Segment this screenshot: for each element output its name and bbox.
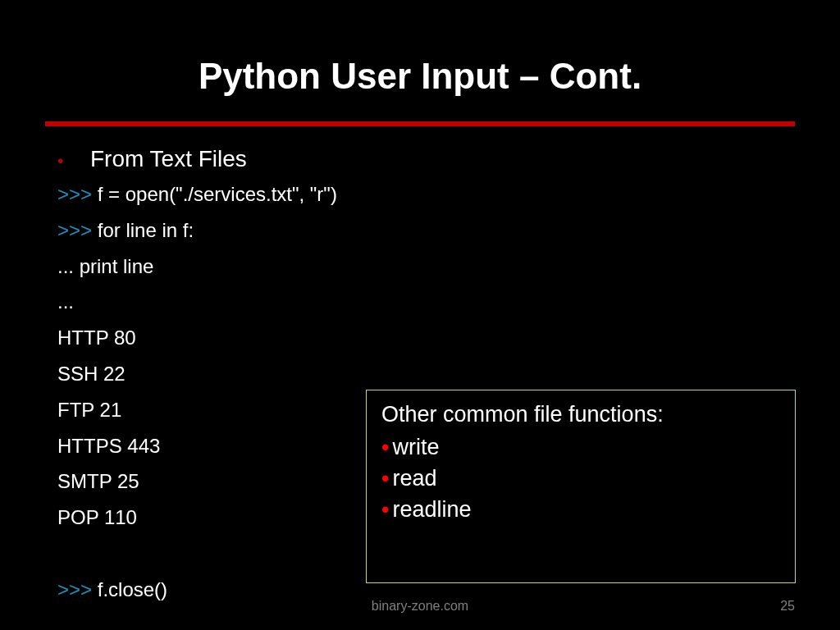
bullet-dot-icon: •	[381, 497, 392, 522]
output-line: SSH 22	[57, 360, 795, 389]
code-line-1: >>> f = open("./services.txt", "r")	[57, 180, 795, 209]
callout-item: •write	[381, 432, 780, 463]
repl-prompt: >>>	[57, 183, 92, 205]
bullet-dot-icon: •	[381, 466, 392, 491]
callout-item-text: read	[392, 466, 436, 491]
callout-title: Other common file functions:	[381, 402, 780, 427]
code-text: for line in f:	[92, 219, 194, 241]
repl-dots: ...	[57, 255, 74, 277]
slide: Python User Input – Cont. • From Text Fi…	[0, 0, 840, 630]
code-text: f.close()	[92, 578, 167, 600]
code-text: print line	[74, 255, 153, 277]
output-line: HTTP 80	[57, 324, 795, 353]
repl-dots: ...	[57, 290, 74, 313]
page-number: 25	[780, 599, 795, 614]
code-line-2: >>> for line in f:	[57, 217, 795, 245]
repl-prompt: >>>	[57, 578, 92, 600]
code-line-3: ... print line	[57, 253, 795, 281]
heading-text: From Text Files	[90, 146, 247, 172]
repl-prompt: >>>	[57, 219, 92, 241]
callout-box: Other common file functions: •write •rea…	[366, 390, 796, 583]
callout-item: •readline	[381, 495, 780, 526]
bullet-dot-icon: •	[57, 151, 90, 171]
callout-item-text: readline	[392, 497, 471, 522]
title-divider	[45, 121, 795, 126]
footer: binary-zone.com 25	[0, 599, 840, 614]
heading-bullet-row: • From Text Files	[57, 146, 795, 172]
code-text: f = open("./services.txt", "r")	[92, 183, 337, 205]
code-line-4: ...	[57, 288, 795, 317]
callout-item-text: write	[392, 435, 439, 459]
callout-item: •read	[381, 463, 780, 495]
bullet-dot-icon: •	[381, 435, 392, 459]
slide-title: Python User Input – Cont.	[0, 0, 840, 121]
footer-source: binary-zone.com	[0, 599, 840, 614]
